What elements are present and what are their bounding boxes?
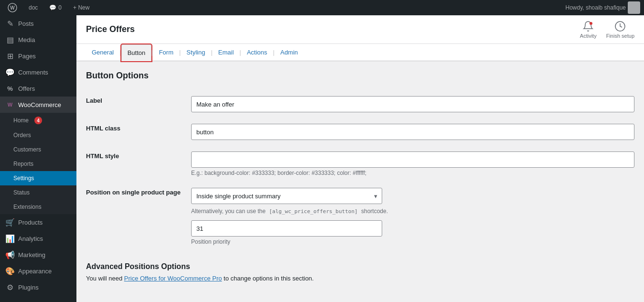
activity-icon (582, 21, 594, 32)
label-input[interactable] (191, 96, 634, 112)
marketing-icon: 📢 (6, 250, 14, 259)
sidebar-item-analytics[interactable]: 📊 Analytics (0, 230, 76, 247)
page-title: Price Offers (86, 24, 135, 34)
comments-icon: 💬 (6, 68, 14, 76)
sidebar-item-label: Appearance (18, 268, 52, 275)
label-field-label: Label (86, 90, 191, 118)
sidebar-item-label: Analytics (18, 235, 43, 242)
position-hint: Alternatively, you can use the [alg_wc_p… (191, 208, 634, 215)
sidebar-item-label: Offers (18, 85, 35, 92)
sidebar-item-label: WooCommerce (18, 101, 61, 108)
position-label: Position on single product page (86, 182, 191, 251)
media-icon: ▤ (6, 35, 14, 44)
shortcode-badge: [alg_wc_price_offers_button] (267, 208, 359, 215)
wp-logo[interactable]: W (4, 3, 21, 12)
page-content: Button Options Label HTML class (76, 61, 644, 302)
appearance-icon: 🎨 (6, 267, 14, 275)
html-style-input[interactable] (191, 151, 634, 168)
status-label: Status (13, 189, 30, 196)
html-class-cell (191, 118, 634, 146)
sidebar-item-appearance[interactable]: 🎨 Appearance (0, 263, 76, 279)
html-style-row: HTML style E.g.: background-color: #3333… (86, 146, 634, 182)
reports-label: Reports (13, 161, 33, 167)
sidebar-item-extensions[interactable]: Extensions (0, 200, 76, 214)
position-row: Position on single product page Inside s… (86, 182, 634, 251)
offers-icon: % (6, 84, 14, 93)
comments-bar[interactable]: 💬 0 (45, 4, 65, 11)
sidebar-item-plugins[interactable]: ⚙ Plugins (0, 279, 76, 295)
advanced-description: You will need Price Offers for WooCommer… (86, 275, 634, 282)
tab-admin[interactable]: Admin (275, 44, 304, 61)
priority-input[interactable] (191, 220, 382, 237)
sidebar-item-comments[interactable]: 💬 Comments (0, 64, 76, 80)
sidebar-item-label: Products (18, 219, 43, 226)
finish-setup-button[interactable]: Finish setup (606, 21, 634, 39)
orders-label: Orders (13, 132, 31, 139)
activity-button[interactable]: Activity (580, 21, 597, 39)
top-bar: Price Offers Activity Finish setup (76, 15, 644, 44)
html-class-label: HTML class (86, 118, 191, 146)
main-layout: ✎ Posts ▤ Media ⊞ Pages 💬 Comments % Off… (0, 15, 644, 302)
position-select[interactable]: Inside single product summary Before add… (191, 188, 382, 204)
sidebar-item-label: Plugins (18, 284, 39, 291)
plugins-icon: ⚙ (6, 283, 14, 291)
sidebar-item-offers[interactable]: % Offers (0, 80, 76, 97)
sidebar-item-label: Posts (18, 20, 34, 27)
settings-label: Settings (13, 175, 34, 182)
top-bar-actions: Activity Finish setup (580, 21, 634, 39)
sidebar-item-pages[interactable]: ⊞ Pages (0, 48, 76, 64)
admin-bar: W doc 💬 0 + New Howdy, shoaib shafique (0, 0, 644, 15)
sidebar-item-media[interactable]: ▤ Media (0, 32, 76, 48)
new-button[interactable]: + New (69, 4, 93, 11)
tab-actions[interactable]: Actions (241, 44, 273, 61)
home-label: Home (13, 117, 29, 124)
tab-styling[interactable]: Styling (181, 44, 211, 61)
sidebar-item-label: Comments (18, 69, 48, 76)
sidebar-item-home[interactable]: Home 4 (0, 113, 76, 128)
svg-point-2 (590, 22, 592, 25)
products-icon: 🛒 (6, 218, 14, 226)
avatar (628, 1, 640, 14)
content-area: Price Offers Activity Finish setup (76, 15, 644, 302)
wp-icon: W (8, 3, 17, 12)
html-class-row: HTML class (86, 118, 634, 146)
user-info: Howdy, shoaib shafique (565, 1, 640, 14)
woocommerce-icon: W (6, 100, 14, 109)
label-row: Label (86, 90, 634, 118)
sidebar-item-marketing[interactable]: 📢 Marketing (0, 247, 76, 263)
sidebar: ✎ Posts ▤ Media ⊞ Pages 💬 Comments % Off… (0, 15, 76, 302)
tab-form[interactable]: Form (153, 44, 179, 61)
tab-email[interactable]: Email (213, 44, 240, 61)
sidebar-item-reports[interactable]: Reports (0, 157, 76, 171)
label-field-cell (191, 90, 634, 118)
pro-link[interactable]: Price Offers for WooCommerce Pro (124, 275, 222, 282)
clock-icon (614, 21, 626, 32)
sidebar-item-posts[interactable]: ✎ Posts (0, 15, 76, 32)
sidebar-item-orders[interactable]: Orders (0, 128, 76, 142)
button-options-title: Button Options (86, 71, 634, 81)
customers-label: Customers (13, 146, 41, 153)
svg-text:W: W (10, 5, 15, 11)
sidebar-item-label: Media (18, 36, 35, 43)
extensions-label: Extensions (13, 204, 42, 210)
settings-table: Label HTML class HTML style (86, 90, 634, 251)
sidebar-item-status[interactable]: Status (0, 185, 76, 200)
analytics-icon: 📊 (6, 234, 14, 243)
sidebar-item-products[interactable]: 🛒 Products (0, 214, 76, 230)
site-name[interactable]: doc (25, 4, 42, 11)
tab-button[interactable]: Button (121, 44, 152, 61)
home-badge: 4 (34, 117, 42, 124)
html-class-input[interactable] (191, 124, 634, 140)
sidebar-item-label: Marketing (18, 251, 45, 259)
posts-icon: ✎ (6, 19, 14, 28)
priority-wrapper: Position priority (191, 220, 634, 245)
tab-general[interactable]: General (86, 44, 119, 61)
position-cell: Inside single product summary Before add… (191, 182, 634, 251)
sidebar-item-customers[interactable]: Customers (0, 142, 76, 157)
tabs-nav: General | Button | Form | Styling | Emai… (76, 44, 644, 61)
html-style-cell: E.g.: background-color: #333333; border-… (191, 146, 634, 182)
sidebar-item-woocommerce[interactable]: W WooCommerce (0, 97, 76, 113)
html-style-label: HTML style (86, 146, 191, 182)
html-style-hint: E.g.: background-color: #333333; border-… (191, 170, 634, 176)
sidebar-item-settings[interactable]: Settings (0, 171, 76, 185)
